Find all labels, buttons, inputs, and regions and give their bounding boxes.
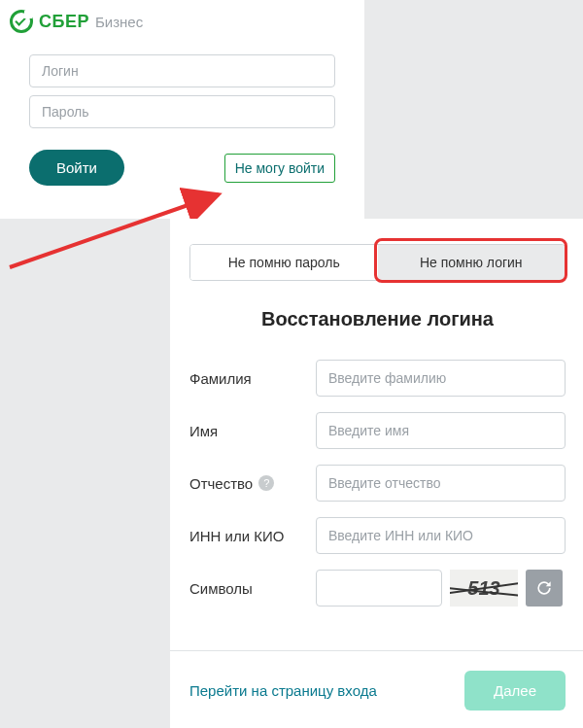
refresh-icon	[534, 578, 554, 598]
label-inn: ИНН или КИО	[189, 528, 316, 544]
row-inn: ИНН или КИО	[189, 517, 566, 554]
logo-brand: СБЕР	[39, 12, 89, 32]
logo-sub: Бизнес	[95, 14, 143, 30]
login-actions: Войти Не могу войти	[29, 150, 335, 186]
tab-forgot-password[interactable]: Не помню пароль	[190, 245, 378, 280]
captcha-image: 513	[450, 570, 518, 607]
recovery-title: Восстановление логина	[189, 308, 566, 330]
login-input[interactable]	[29, 54, 335, 87]
login-panel: СБЕР Бизнес Войти Не могу войти	[0, 0, 364, 219]
password-input[interactable]	[29, 95, 335, 128]
captcha-group: 513	[316, 570, 563, 607]
row-name: Имя	[189, 412, 566, 449]
help-icon[interactable]: ?	[258, 475, 274, 491]
inn-input[interactable]	[316, 517, 566, 554]
captcha-input[interactable]	[316, 570, 442, 607]
recovery-tabs: Не помню пароль Не помню логин	[189, 244, 566, 281]
row-surname: Фамилия	[189, 360, 566, 397]
next-button[interactable]: Далее	[464, 671, 566, 711]
back-to-login-link[interactable]: Перейти на страницу входа	[189, 682, 377, 699]
label-surname: Фамилия	[189, 370, 316, 387]
row-captcha: Символы 513	[189, 570, 566, 607]
label-patronymic-text: Отчество	[189, 475, 253, 492]
captcha-reload-button[interactable]	[526, 570, 563, 607]
cant-login-button[interactable]: Не могу войти	[224, 154, 335, 183]
row-patronymic: Отчество ?	[189, 465, 566, 502]
surname-input[interactable]	[316, 360, 566, 397]
login-button[interactable]: Войти	[29, 150, 124, 186]
label-name: Имя	[189, 423, 316, 439]
recovery-footer: Перейти на страницу входа Далее	[170, 650, 583, 728]
recovery-panel: Не помню пароль Не помню логин Восстанов…	[170, 219, 583, 728]
patronymic-input[interactable]	[316, 465, 566, 502]
logo: СБЕР Бизнес	[10, 10, 335, 33]
label-patronymic: Отчество ?	[189, 475, 316, 492]
tab-forgot-login[interactable]: Не помню логин	[378, 245, 566, 280]
sber-logo-icon	[10, 10, 33, 33]
name-input[interactable]	[316, 412, 566, 449]
label-captcha: Символы	[189, 580, 316, 597]
